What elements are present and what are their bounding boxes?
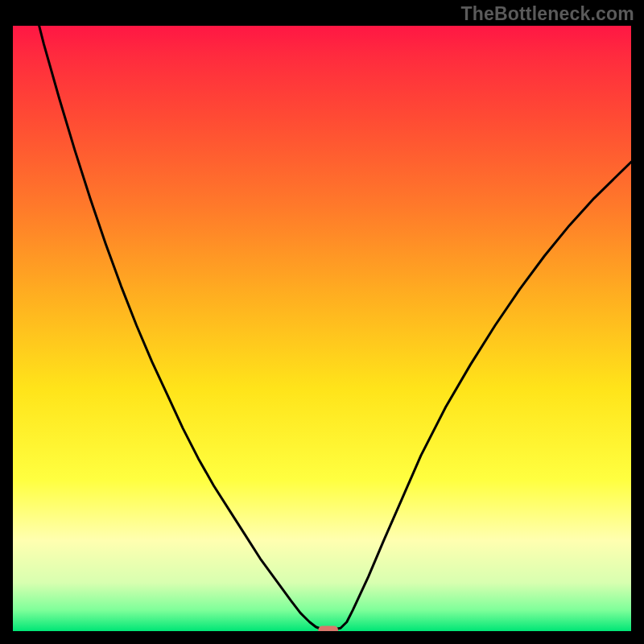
watermark-text: TheBottleneck.com (460, 3, 634, 25)
chart-background-gradient (13, 26, 631, 631)
chart-svg (13, 26, 631, 631)
optimum-marker (318, 626, 338, 631)
chart-frame: TheBottleneck.com (0, 0, 644, 644)
chart-plot-area (13, 26, 631, 631)
